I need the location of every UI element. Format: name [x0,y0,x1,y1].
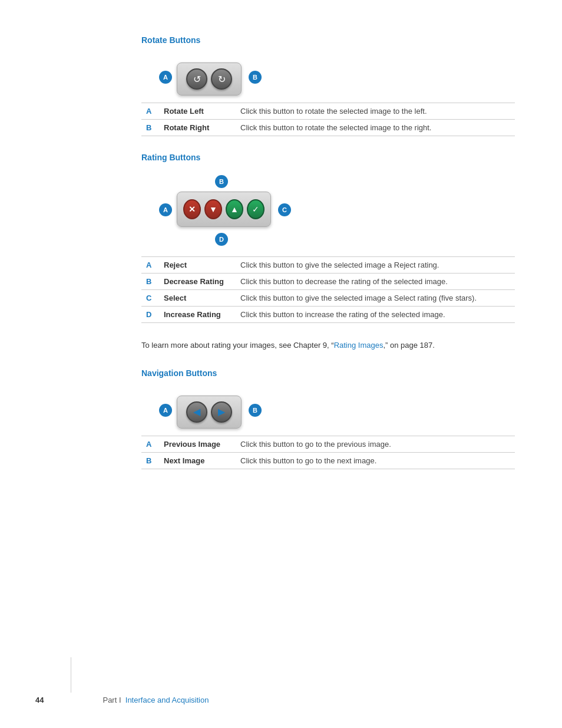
footer-text: Part I Interface and Acquisition [103,696,209,704]
name-cell: Decrease Rating [159,274,236,290]
rotate-table: A Rotate Left Click this button to rotat… [141,103,515,136]
rating-images-link[interactable]: Rating Images [334,341,384,350]
name-cell: Rotate Left [159,103,236,120]
rotate-right-button[interactable]: ↻ [211,68,232,90]
letter-cell: C [141,290,159,307]
desc-cell: Click this button to rotate the selected… [236,120,515,136]
name-cell: Next Image [159,452,236,469]
name-cell: Rotate Right [159,120,236,136]
select-button[interactable]: ✓ [247,199,265,219]
info-text-after: ,” on page 187. [383,341,434,350]
navigation-section: Navigation Buttons A ◀ ▶ [141,368,515,469]
desc-cell: Click this button to rotate the selected… [236,103,515,120]
rating-heading: Rating Buttons [141,153,515,162]
rotate-left-button[interactable]: ↺ [186,68,207,90]
table-row: D Increase Rating Click this button to i… [141,307,515,323]
rating-section: Rating Buttons B A ✕ ▼ [141,153,515,323]
rotate-panel: ↺ ↻ [177,62,242,95]
navigation-heading: Navigation Buttons [141,368,515,378]
letter-cell: A [141,257,159,274]
name-cell: Previous Image [159,436,236,452]
table-row: B Rotate Right Click this button to rota… [141,120,515,136]
page: Rotate Buttons A ↺ ↻ B [0,0,562,728]
page-footer: 44 Part I Interface and Acquisition [0,696,562,704]
info-text-before: To learn more about rating your images, … [141,341,334,350]
nav-diagram: A ◀ ▶ B [159,388,277,436]
letter-cell: B [141,274,159,290]
prev-image-button[interactable]: ◀ [186,401,207,423]
rating-badge-c: C [278,203,291,216]
desc-cell: Click this button to decrease the rating… [236,274,515,290]
table-row: A Rotate Left Click this button to rotat… [141,103,515,120]
rotate-badge-a: A [159,71,172,84]
nav-badge-a: A [159,404,172,417]
footer-divider [71,657,71,693]
reject-button[interactable]: ✕ [183,199,201,219]
desc-cell: Click this button to go to the next imag… [236,452,515,469]
rating-diagram: B A ✕ ▼ ▲ ✓ [159,180,312,256]
info-paragraph: To learn more about rating your images, … [141,340,515,352]
letter-cell: A [141,436,159,452]
content-area: Rotate Buttons A ↺ ↻ B [141,35,515,728]
rotate-diagram: A ↺ ↻ B [159,55,277,103]
letter-cell: A [141,103,159,120]
rotate-section: Rotate Buttons A ↺ ↻ B [141,35,515,136]
footer-section-label: Interface and Acquisition [125,696,209,704]
increase-rating-button[interactable]: ▲ [226,199,243,219]
rotate-badge-b: B [249,71,262,84]
name-cell: Increase Rating [159,307,236,323]
nav-badge-b: B [249,404,262,417]
decrease-rating-button[interactable]: ▼ [204,199,222,219]
name-cell: Reject [159,257,236,274]
desc-cell: Click this button to give the selected i… [236,290,515,307]
name-cell: Select [159,290,236,307]
desc-cell: Click this button to go to the previous … [236,436,515,452]
rotate-heading: Rotate Buttons [141,35,515,45]
rating-badge-a: A [159,203,172,216]
letter-cell: B [141,452,159,469]
desc-cell: Click this button to increase the rating… [236,307,515,323]
table-row: C Select Click this button to give the s… [141,290,515,307]
table-row: A Reject Click this button to give the s… [141,257,515,274]
rating-badge-b: B [215,175,228,188]
rating-panel: ✕ ▼ ▲ ✓ [177,192,271,227]
table-row: B Next Image Click this button to go to … [141,452,515,469]
page-number: 44 [35,696,44,704]
footer-part-label: Part I [103,696,125,704]
desc-cell: Click this button to give the selected i… [236,257,515,274]
nav-panel: ◀ ▶ [177,396,242,429]
rating-table: A Reject Click this button to give the s… [141,256,515,323]
table-row: A Previous Image Click this button to go… [141,436,515,452]
next-image-button[interactable]: ▶ [211,401,232,423]
letter-cell: B [141,120,159,136]
rating-badge-d: D [215,233,228,246]
navigation-table: A Previous Image Click this button to go… [141,436,515,469]
letter-cell: D [141,307,159,323]
table-row: B Decrease Rating Click this button to d… [141,274,515,290]
